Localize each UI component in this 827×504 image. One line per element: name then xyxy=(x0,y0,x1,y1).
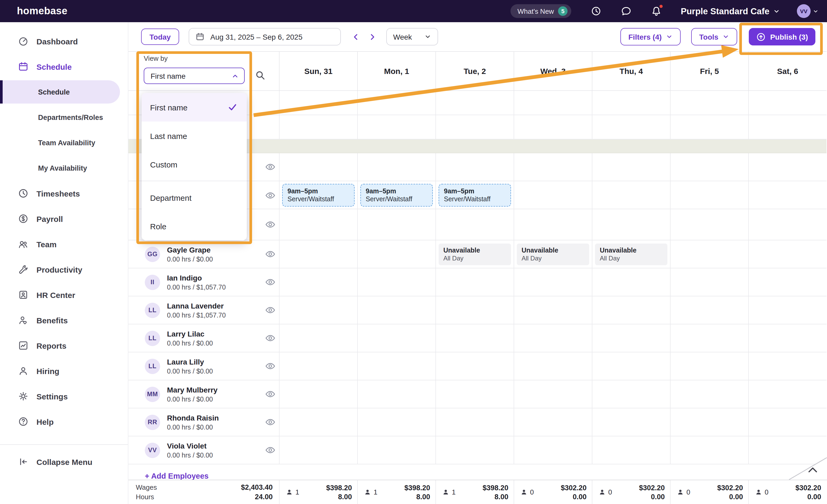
eye-icon[interactable] xyxy=(265,333,275,343)
shift-cell[interactable] xyxy=(435,408,514,436)
shift-card[interactable]: 9am–5pmServer/Waitstaff xyxy=(439,184,511,207)
shift-cell[interactable] xyxy=(514,91,592,115)
shift-cell[interactable] xyxy=(592,209,670,240)
shift-cell[interactable]: UnavailableAll Day xyxy=(592,240,670,268)
shift-cell[interactable] xyxy=(592,296,670,324)
viewby-option-first-name[interactable]: First name xyxy=(142,93,247,121)
collapse-summary-button[interactable] xyxy=(789,457,827,480)
shift-cell[interactable] xyxy=(592,181,670,209)
sidebar-subitem-team-availability[interactable]: Team Availability xyxy=(0,130,128,155)
shift-cell[interactable] xyxy=(514,153,592,181)
viewby-option-role[interactable]: Role xyxy=(142,212,247,240)
day-header-6[interactable]: Sat, 6 xyxy=(748,52,826,90)
viewby-option-last-name[interactable]: Last name xyxy=(142,121,247,150)
shift-cell[interactable] xyxy=(592,381,670,408)
shift-cell[interactable] xyxy=(357,324,435,352)
shift-cell[interactable] xyxy=(514,381,592,408)
shift-cell[interactable] xyxy=(592,115,670,139)
account-menu[interactable]: VV xyxy=(797,4,819,18)
shift-cell[interactable] xyxy=(748,209,826,240)
shift-cell[interactable] xyxy=(279,91,357,115)
shift-cell[interactable] xyxy=(357,408,435,436)
shift-cell[interactable] xyxy=(670,115,748,139)
day-header-2[interactable]: Tue, 2 xyxy=(435,52,514,90)
shift-cell[interactable] xyxy=(435,209,514,240)
shift-cell[interactable] xyxy=(670,268,748,296)
sidebar-item-settings[interactable]: Settings xyxy=(0,384,128,409)
shift-cell[interactable] xyxy=(670,209,748,240)
filters-button[interactable]: Filters (4) xyxy=(620,28,681,45)
sidebar-item-dashboard[interactable]: Dashboard xyxy=(0,29,128,54)
shift-cell[interactable] xyxy=(435,91,514,115)
sidebar-item-payroll[interactable]: Payroll xyxy=(0,206,128,232)
shift-cell[interactable] xyxy=(748,296,826,324)
shift-cell[interactable] xyxy=(514,115,592,139)
shift-cell[interactable] xyxy=(279,381,357,408)
eye-icon[interactable] xyxy=(265,219,275,230)
eye-icon[interactable] xyxy=(265,305,275,315)
shift-card[interactable]: 9am–5pmServer/Waitstaff xyxy=(282,184,354,207)
sidebar-item-productivity[interactable]: Productivity xyxy=(0,257,128,282)
shift-cell[interactable] xyxy=(670,381,748,408)
shift-cell[interactable] xyxy=(514,408,592,436)
shift-cell[interactable] xyxy=(279,153,357,181)
shift-cell[interactable] xyxy=(357,153,435,181)
eye-icon[interactable] xyxy=(265,162,275,172)
eye-icon[interactable] xyxy=(265,190,275,200)
shift-cell[interactable] xyxy=(748,181,826,209)
range-mode-select[interactable]: Week xyxy=(386,28,438,45)
shift-cell[interactable] xyxy=(592,352,670,380)
shift-cell[interactable]: UnavailableAll Day xyxy=(435,240,514,268)
shift-cell[interactable] xyxy=(357,381,435,408)
shift-cell[interactable] xyxy=(279,408,357,436)
shift-cell[interactable] xyxy=(279,352,357,380)
shift-cell[interactable] xyxy=(357,296,435,324)
employee-cell[interactable]: GGGayle Grape0.00 hrs / $0.00 xyxy=(129,240,279,268)
shift-cell[interactable]: 9am–5pmServer/Waitstaff xyxy=(435,181,514,209)
shift-cell[interactable] xyxy=(670,91,748,115)
shift-cell[interactable] xyxy=(514,296,592,324)
eye-icon[interactable] xyxy=(265,277,275,287)
shift-cell[interactable] xyxy=(592,268,670,296)
shift-cell[interactable] xyxy=(514,352,592,380)
sidebar-item-hiring[interactable]: Hiring xyxy=(0,358,128,384)
today-button[interactable]: Today xyxy=(141,29,179,45)
sidebar-item-benefits[interactable]: Benefits xyxy=(0,307,128,333)
shift-cell[interactable] xyxy=(357,436,435,464)
shift-cell[interactable] xyxy=(435,296,514,324)
employee-cell[interactable]: MMMary Mulberry0.00 hrs / $0.00 xyxy=(129,381,279,408)
employee-cell[interactable]: LLLanna Lavender0.00 hrs / $1,057.70 xyxy=(129,296,279,324)
shift-cell[interactable] xyxy=(670,408,748,436)
whats-new-button[interactable]: What's New 5 xyxy=(511,4,572,18)
shift-cell[interactable] xyxy=(279,115,357,139)
shift-cell[interactable] xyxy=(748,240,826,268)
shift-cell[interactable] xyxy=(279,324,357,352)
sidebar-item-timesheets[interactable]: Timesheets xyxy=(0,181,128,206)
shift-cell[interactable] xyxy=(435,153,514,181)
time-clock-icon[interactable] xyxy=(591,6,601,16)
eye-icon[interactable] xyxy=(265,445,275,455)
shift-cell[interactable] xyxy=(357,209,435,240)
shift-cell[interactable] xyxy=(592,324,670,352)
date-range-picker[interactable]: Aug 31, 2025 – Sep 6, 2025 xyxy=(189,28,341,45)
shift-cell[interactable] xyxy=(748,115,826,139)
shift-cell[interactable] xyxy=(748,153,826,181)
shift-cell[interactable] xyxy=(279,296,357,324)
shift-cell[interactable] xyxy=(592,436,670,464)
shift-cell[interactable] xyxy=(592,153,670,181)
shift-cell[interactable] xyxy=(748,324,826,352)
day-header-3[interactable]: Wed, 3 xyxy=(514,52,592,90)
shift-cell[interactable] xyxy=(435,381,514,408)
shift-cell[interactable] xyxy=(748,268,826,296)
day-header-4[interactable]: Thu, 4 xyxy=(592,52,670,90)
shift-cell[interactable] xyxy=(279,209,357,240)
shift-cell[interactable] xyxy=(514,209,592,240)
shift-cell[interactable] xyxy=(357,115,435,139)
shift-cell[interactable] xyxy=(514,324,592,352)
previous-week-button[interactable] xyxy=(349,31,362,43)
shift-cell[interactable] xyxy=(592,91,670,115)
view-by-select[interactable]: First name xyxy=(144,68,245,84)
eye-icon[interactable] xyxy=(265,249,275,259)
shift-cell[interactable] xyxy=(670,352,748,380)
shift-cell[interactable] xyxy=(592,408,670,436)
